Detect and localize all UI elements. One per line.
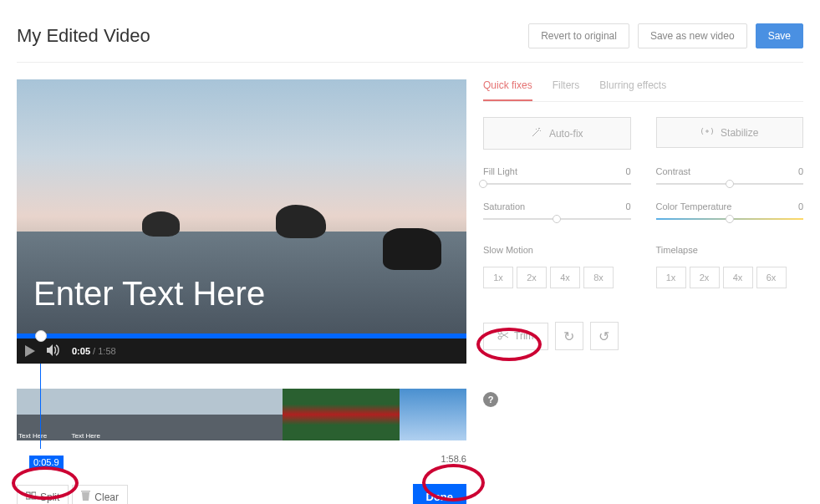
- current-time: 0:05: [72, 346, 90, 356]
- split-label: Split: [40, 491, 59, 503]
- timeline-playhead[interactable]: [40, 364, 41, 449]
- done-button[interactable]: Done: [413, 484, 467, 504]
- play-icon[interactable]: [25, 345, 35, 357]
- clear-label: Clear: [94, 491, 119, 503]
- speed-option[interactable]: 6x: [756, 267, 787, 288]
- progress-handle[interactable]: [35, 330, 47, 342]
- svg-rect-1: [32, 492, 36, 499]
- save-as-button[interactable]: Save as new video: [638, 23, 747, 48]
- rotate-right-button[interactable]: ↻: [555, 322, 583, 350]
- video-text-overlay: Enter Text Here: [33, 275, 265, 313]
- contrast-slider[interactable]: [656, 183, 804, 185]
- auto-fix-button[interactable]: Auto-fix: [483, 117, 631, 150]
- effect-tabs: Quick fixes Filters Blurring effects: [483, 79, 803, 102]
- timeline-clip[interactable]: Text Here: [70, 389, 124, 440]
- trim-button[interactable]: Trim: [483, 323, 548, 350]
- save-button[interactable]: Save: [756, 23, 803, 48]
- slow-motion-options: 1x2x4x8x: [483, 267, 631, 288]
- saturation-slider[interactable]: [483, 218, 631, 220]
- help-button[interactable]: ?: [483, 392, 498, 407]
- page-title: My Edited Video: [17, 25, 150, 47]
- slider-handle[interactable]: [726, 215, 734, 223]
- slider-handle[interactable]: [553, 215, 561, 223]
- speed-option[interactable]: 2x: [690, 267, 720, 288]
- timeline-start-marker[interactable]: 0:05.9: [29, 456, 64, 469]
- video-controls: 0:05 / 1:58: [17, 339, 466, 364]
- header-actions: Revert to original Save as new video Sav…: [528, 23, 803, 48]
- revert-button[interactable]: Revert to original: [528, 23, 629, 48]
- fill-light-label: Fill Light: [483, 166, 517, 176]
- rotate-left-button[interactable]: ↺: [590, 322, 619, 350]
- total-time: 1:58: [98, 346, 115, 356]
- stabilize-button[interactable]: Stabilize: [656, 117, 804, 148]
- video-player[interactable]: Enter Text Here 0:05 / 1:58: [17, 79, 466, 364]
- timelapse-label: Timelapse: [656, 245, 804, 255]
- speed-option[interactable]: 1x: [483, 267, 513, 288]
- fill-light-value: 0: [625, 166, 630, 176]
- contrast-value: 0: [798, 166, 803, 176]
- color-temp-label: Color Temperature: [656, 201, 732, 211]
- timelapse-options: 1x2x4x6x: [656, 267, 804, 288]
- color-temp-value: 0: [798, 201, 803, 211]
- rotate-left-icon: ↺: [598, 328, 609, 344]
- volume-icon[interactable]: [47, 344, 60, 359]
- speed-option[interactable]: 4x: [550, 267, 580, 288]
- rotate-right-icon: ↻: [563, 328, 574, 344]
- fill-light-slider[interactable]: [483, 183, 631, 185]
- tab-quick-fixes[interactable]: Quick fixes: [483, 79, 532, 101]
- wand-icon: [531, 126, 542, 140]
- split-icon: [26, 491, 36, 503]
- timeline-clip[interactable]: [400, 389, 466, 440]
- time-display: 0:05 / 1:58: [72, 346, 116, 356]
- video-frame: Enter Text Here: [17, 79, 466, 333]
- tab-filters[interactable]: Filters: [553, 79, 580, 101]
- scissors-icon: [497, 330, 509, 343]
- svg-point-3: [498, 336, 502, 339]
- speed-option[interactable]: 2x: [517, 267, 547, 288]
- color-temp-slider[interactable]: [656, 218, 804, 220]
- slider-handle[interactable]: [479, 180, 487, 188]
- timeline-clip[interactable]: [283, 389, 400, 440]
- speed-option[interactable]: 8x: [583, 267, 614, 288]
- speed-option[interactable]: 4x: [723, 267, 753, 288]
- contrast-label: Contrast: [656, 166, 691, 176]
- timeline-clip[interactable]: [176, 389, 230, 440]
- timeline-clip[interactable]: [123, 389, 176, 440]
- clear-button[interactable]: Clear: [72, 485, 128, 504]
- svg-rect-0: [26, 492, 30, 499]
- timeline-end-marker: 1:58.6: [441, 454, 466, 464]
- stabilize-icon: [700, 126, 714, 139]
- timeline[interactable]: Text Here Text Here: [17, 389, 466, 440]
- slider-handle[interactable]: [726, 180, 734, 188]
- saturation-label: Saturation: [483, 201, 525, 211]
- timeline-clip[interactable]: Text Here: [17, 389, 70, 440]
- split-button[interactable]: Split: [17, 485, 69, 504]
- speed-option[interactable]: 1x: [656, 267, 686, 288]
- video-progress[interactable]: [17, 333, 466, 339]
- slow-motion-label: Slow Motion: [483, 245, 631, 255]
- timeline-clip[interactable]: [229, 389, 283, 440]
- saturation-value: 0: [625, 201, 630, 211]
- trash-icon: [81, 491, 90, 503]
- svg-point-2: [498, 331, 502, 334]
- tab-blurring[interactable]: Blurring effects: [599, 79, 666, 101]
